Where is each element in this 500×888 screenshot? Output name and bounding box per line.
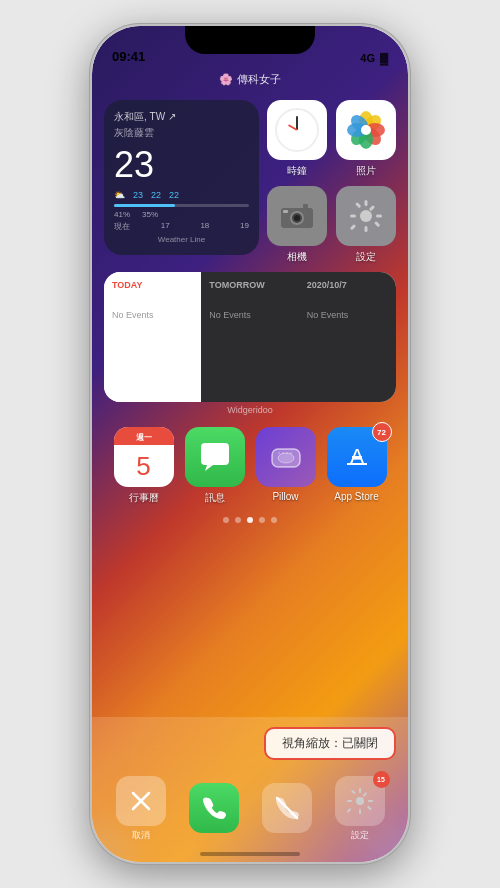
svg-rect-38	[351, 790, 356, 795]
top-label: 🌸 傳科女子	[92, 72, 408, 87]
cal-wednesday-col: 2020/10/7 No Events	[299, 272, 396, 402]
weather-pct: 41% 35%	[114, 210, 249, 219]
cal-wednesday-header: 2020/10/7	[307, 280, 388, 290]
calendar-app-label: 行事曆	[129, 491, 159, 505]
photos-app[interactable]: 照片	[336, 100, 397, 178]
mute-icon	[262, 783, 312, 833]
dock-row: 取消	[104, 776, 396, 842]
camera-app[interactable]: 相機	[267, 186, 328, 264]
messages-app[interactable]: 訊息	[185, 427, 245, 505]
weather-temps: ⛅ 23 22 22	[114, 190, 249, 200]
dock-area: 視角縮放：已關閉 取消	[92, 717, 408, 862]
phone-frame: 09:41 4G ▓ 🌸 傳科女子 永和區, TW ↗ 灰陰藤雲 23 ⛅	[90, 24, 410, 864]
cancel-icon	[116, 776, 166, 826]
svg-rect-34	[359, 788, 361, 793]
cancel-dock-btn[interactable]: 取消	[116, 776, 166, 842]
svg-rect-36	[347, 800, 352, 802]
photos-label: 照片	[356, 164, 376, 178]
messages-app-icon	[185, 427, 245, 487]
settings-dock-label: 設定	[351, 829, 369, 842]
cal-today-col: TODAY No Events	[104, 272, 201, 402]
cal-tomorrow-events: No Events	[209, 310, 290, 320]
svg-rect-14	[303, 204, 308, 208]
mute-dock-btn[interactable]	[262, 783, 312, 836]
settings-label: 設定	[356, 250, 376, 264]
svg-rect-22	[374, 221, 380, 227]
app-row: 週一 5 行事曆 訊息	[104, 427, 396, 505]
clock-label: 時鐘	[287, 164, 307, 178]
dot-3	[247, 517, 253, 523]
calendar-widget[interactable]: TODAY No Events TOMORROW No Events 2020/…	[104, 272, 396, 402]
tl1: 現在	[114, 221, 130, 232]
dot-5	[271, 517, 277, 523]
tl2: 17	[161, 221, 170, 232]
appstore-badge: 72	[372, 422, 392, 442]
battery-icon: ▓	[380, 52, 388, 64]
svg-point-8	[361, 125, 371, 135]
settings-dock-btn[interactable]: 15 設定	[335, 776, 385, 842]
dot-1	[223, 517, 229, 523]
svg-rect-17	[364, 200, 367, 206]
svg-rect-15	[283, 210, 288, 213]
clock-app[interactable]: 時鐘	[267, 100, 328, 178]
pct2: 35%	[142, 210, 158, 219]
screen: 09:41 4G ▓ 🌸 傳科女子 永和區, TW ↗ 灰陰藤雲 23 ⛅	[92, 26, 408, 862]
svg-point-26	[278, 453, 294, 463]
weather-widget[interactable]: 永和區, TW ↗ 灰陰藤雲 23 ⛅ 23 22 22 41% 35%	[104, 100, 259, 255]
svg-rect-21	[355, 202, 361, 208]
pillow-label: Pillow	[272, 491, 298, 502]
weather-label: Weather Line	[114, 235, 249, 244]
appstore-label: App Store	[334, 491, 378, 502]
pillow-app-icon	[256, 427, 316, 487]
svg-point-33	[356, 797, 364, 805]
cancel-label: 取消	[132, 829, 150, 842]
cal-wednesday-events: No Events	[307, 310, 388, 320]
weather-location: 永和區, TW ↗	[114, 110, 249, 124]
home-indicator	[200, 852, 300, 856]
messages-label: 訊息	[205, 491, 225, 505]
signal-icon: 4G	[360, 52, 375, 64]
dot-4	[259, 517, 265, 523]
camera-app-icon	[267, 186, 327, 246]
svg-rect-23	[350, 224, 356, 230]
svg-point-16	[360, 210, 372, 222]
widget-row1: 永和區, TW ↗ 灰陰藤雲 23 ⛅ 23 22 22 41% 35%	[104, 100, 396, 264]
cloud-icon: ⛅	[114, 190, 125, 200]
pillow-app[interactable]: Pillow	[256, 427, 316, 505]
svg-rect-35	[359, 809, 361, 814]
zoom-tooltip: 視角縮放：已關閉	[264, 727, 396, 760]
status-right: 4G ▓	[360, 52, 388, 64]
cal-tomorrow-header: TOMORROW	[209, 280, 290, 290]
clock-app-icon	[267, 100, 327, 160]
svg-rect-20	[376, 215, 382, 218]
dot-2	[235, 517, 241, 523]
page-dots	[104, 517, 396, 523]
svg-rect-40	[346, 808, 351, 813]
temp3: 22	[169, 190, 179, 200]
svg-rect-41	[362, 792, 367, 797]
appstore-app[interactable]: A 72 App Store	[327, 427, 387, 505]
appstore-app-icon: A 72	[327, 427, 387, 487]
cal-today-events: No Events	[112, 310, 193, 320]
svg-rect-19	[350, 215, 356, 218]
cal-today-header: TODAY	[112, 280, 193, 290]
svg-point-13	[294, 215, 300, 221]
cal-day-name: 週一	[136, 433, 152, 442]
cal-day-num: 5	[136, 453, 150, 479]
weather-temp: 23	[114, 144, 249, 186]
camera-label: 相機	[287, 250, 307, 264]
tl3: 18	[200, 221, 209, 232]
settings-app[interactable]: 設定	[336, 186, 397, 264]
temp1: 23	[133, 190, 143, 200]
clock-face	[275, 108, 319, 152]
calendar-app[interactable]: 週一 5 行事曆	[114, 427, 174, 505]
zoom-tooltip-container: 視角縮放：已關閉	[104, 727, 396, 768]
phone-dock-btn[interactable]	[189, 783, 239, 836]
widgeridoo-label: Widgeridoo	[104, 405, 396, 415]
weather-progress	[114, 204, 249, 207]
tl4: 19	[240, 221, 249, 232]
notch	[185, 26, 315, 54]
calendar-widget-container: TODAY No Events TOMORROW No Events 2020/…	[104, 272, 396, 415]
settings-app-icon	[336, 186, 396, 246]
phone-icon	[189, 783, 239, 833]
